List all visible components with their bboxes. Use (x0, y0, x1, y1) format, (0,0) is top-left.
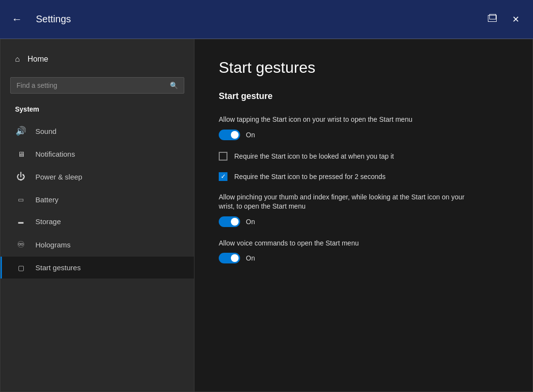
tap-start-toggle[interactable] (219, 130, 240, 140)
titlebar: ← Settings ✕ (0, 0, 533, 39)
voice-description: Allow voice commands to open the Start m… (219, 239, 481, 248)
voice-toggle-label: On (246, 254, 255, 262)
maximize-icon (488, 15, 497, 22)
power-icon: ⏻ (15, 172, 27, 182)
sidebar-item-sound[interactable]: 🔊 Sound (0, 119, 194, 143)
press-2s-label: Require the Start icon to be pressed for… (234, 173, 386, 180)
sidebar-item-home[interactable]: ⌂ Home (0, 49, 194, 69)
setting-look-at: Require the Start icon to be looked at w… (219, 152, 508, 161)
search-input[interactable] (16, 82, 166, 89)
voice-toggle-row: On (219, 253, 508, 263)
main-container: ⌂ Home 🔍 System 🔊 Sound 🖥 Notifications … (0, 39, 533, 392)
home-icon: ⌂ (15, 55, 20, 64)
voice-toggle[interactable] (219, 253, 240, 263)
pinch-description: Allow pinching your thumb and index fing… (219, 193, 481, 212)
sidebar-holograms-label: Holograms (35, 241, 71, 249)
sidebar-storage-label: Storage (35, 217, 61, 226)
tap-start-description: Allow tapping the Start icon on your wri… (219, 115, 481, 125)
sidebar-item-notifications[interactable]: 🖥 Notifications (0, 143, 194, 165)
tap-start-toggle-label: On (246, 131, 255, 139)
search-box[interactable]: 🔍 (10, 77, 184, 94)
pinch-toggle-label: On (246, 218, 255, 226)
setting-press-2s: ✓ Require the Start icon to be pressed f… (219, 172, 508, 181)
sidebar-item-start-gestures[interactable]: ▢ Start gestures (0, 257, 194, 278)
sidebar-item-battery[interactable]: ▭ Battery (0, 189, 194, 211)
sidebar-battery-label: Battery (35, 196, 59, 204)
back-button[interactable]: ← (8, 9, 26, 30)
holograms-icon: ♾ (15, 239, 27, 250)
storage-icon: ▬ (15, 219, 27, 225)
search-icon: 🔍 (170, 82, 178, 89)
titlebar-controls: ✕ (482, 10, 525, 29)
press-2s-checkbox[interactable]: ✓ (219, 172, 227, 181)
pinch-toggle-row: On (219, 216, 508, 227)
sidebar-start-gestures-label: Start gestures (35, 263, 81, 272)
look-at-label: Require the Start icon to be looked at w… (234, 152, 394, 160)
sidebar-notifications-label: Notifications (35, 150, 75, 158)
sidebar-sound-label: Sound (35, 127, 56, 135)
look-at-checkbox-row[interactable]: Require the Start icon to be looked at w… (219, 152, 508, 161)
tap-start-toggle-row: On (219, 130, 508, 140)
notifications-icon: 🖥 (15, 150, 27, 158)
setting-pinch: Allow pinching your thumb and index fing… (219, 193, 508, 227)
section-title: Start gesture (219, 91, 508, 101)
setting-voice: Allow voice commands to open the Start m… (219, 239, 508, 264)
start-gestures-icon: ▢ (15, 264, 27, 272)
setting-tap-start: Allow tapping the Start icon on your wri… (219, 115, 508, 140)
sidebar-power-label: Power & sleep (35, 173, 82, 181)
titlebar-title: Settings (36, 14, 482, 25)
page-title: Start gestures (219, 59, 508, 77)
battery-icon: ▭ (15, 196, 27, 203)
sidebar-item-storage[interactable]: ▬ Storage (0, 211, 194, 232)
close-button[interactable]: ✕ (506, 10, 525, 29)
maximize-button[interactable] (482, 10, 502, 28)
sound-icon: 🔊 (15, 126, 27, 136)
look-at-checkbox[interactable] (219, 152, 227, 161)
content-area: Start gestures Start gesture Allow tappi… (194, 39, 533, 392)
sidebar-home-label: Home (28, 55, 48, 64)
press-2s-checkbox-row[interactable]: ✓ Require the Start icon to be pressed f… (219, 172, 508, 181)
sidebar-item-power[interactable]: ⏻ Power & sleep (0, 165, 194, 189)
sidebar-item-holograms[interactable]: ♾ Holograms (0, 232, 194, 257)
sidebar: ⌂ Home 🔍 System 🔊 Sound 🖥 Notifications … (0, 39, 194, 392)
system-section-label: System (0, 101, 194, 119)
pinch-toggle[interactable] (219, 216, 240, 227)
checkmark-icon: ✓ (221, 173, 226, 180)
